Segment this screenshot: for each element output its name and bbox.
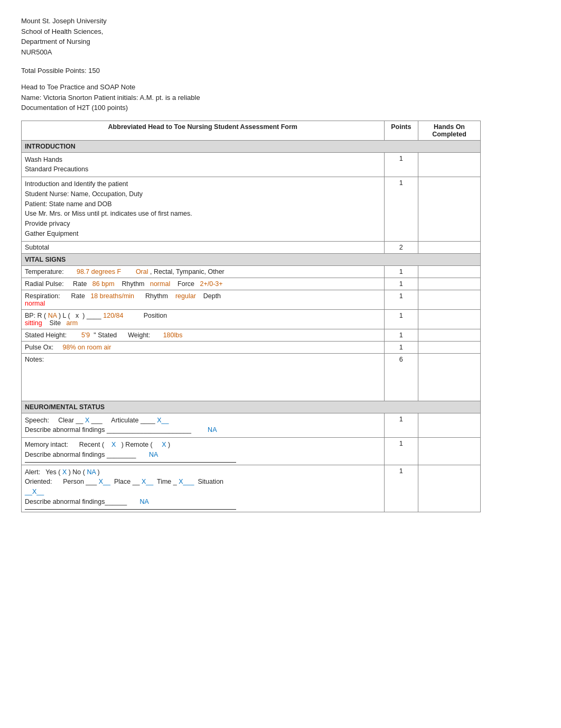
bp-value: 120/84 — [103, 312, 123, 319]
introduction-points: 1 — [384, 177, 418, 242]
subtotal-content: Subtotal — [22, 241, 385, 253]
wash-hands-content: Wash Hands Standard Precautions — [22, 152, 385, 177]
alert-yes-value: X — [62, 468, 67, 476]
speech-hands — [418, 413, 480, 438]
section-introduction-label: INTRODUCTION — [22, 140, 481, 152]
pulse-ox-points: 1 — [384, 341, 418, 353]
col-header-content: Abbreviated Head to Toe Nursing Student … — [22, 121, 385, 140]
temperature-value: 98.7 degrees F — [77, 268, 121, 275]
table-row: Wash Hands Standard Precautions 1 — [22, 152, 481, 177]
memory-remote-value: X — [162, 441, 166, 448]
table-row: Pulse Ox: 98% on room air 1 — [22, 341, 481, 353]
resp-rhythm-value: regular — [175, 292, 196, 300]
bp-na-value: NA — [48, 312, 57, 319]
alert-blank-line — [25, 509, 236, 510]
wash-hands-points: 1 — [384, 152, 418, 177]
introduction-hands — [418, 177, 480, 242]
bp-site-value: arm — [67, 319, 78, 327]
bp-position-value: sitting — [25, 319, 42, 327]
table-row: Respiration: Rate 18 breaths/min Rhythm … — [22, 290, 481, 309]
school-name: School of Health Sciences, — [21, 26, 540, 37]
memory-na: NA — [149, 451, 158, 458]
pulse-points: 1 — [384, 278, 418, 290]
table-row: Temperature: 98.7 degrees F Oral , Recta… — [22, 265, 481, 278]
table-row: Alert: Yes ( X ) No ( NA ) Oriented: Per… — [22, 465, 481, 512]
memory-blank-line — [25, 462, 236, 463]
table-row: Introduction and Identify the patient St… — [22, 177, 481, 242]
table-row: Speech: Clear __ X ___ Articulate ____ X… — [22, 413, 481, 438]
oriented-situation-value: __X__ — [25, 488, 44, 495]
total-points: Total Possible Points: 150 — [21, 67, 540, 75]
table-row: Memory intact: Recent ( X ) Remote ( X )… — [22, 438, 481, 465]
table-row: Radial Pulse: Rate 86 bpm Rhythm normal … — [22, 278, 481, 290]
memory-recent-value: X — [111, 441, 116, 448]
subtotal-hands — [418, 241, 480, 253]
height-points: 1 — [384, 329, 418, 341]
pulse-ox-hands — [418, 341, 480, 353]
resp-depth-value: normal — [25, 300, 45, 307]
alert-content: Alert: Yes ( X ) No ( NA ) Oriented: Per… — [22, 465, 385, 512]
bp-points: 1 — [384, 309, 418, 329]
table-row: Notes: 6 — [22, 353, 481, 401]
col-header-points: Points — [384, 121, 418, 140]
bp-content: BP: R ( NA ) L ( x ) ____ 120/84 Positio… — [22, 309, 385, 329]
notes-points: 6 — [384, 353, 418, 401]
assessment-table: Abbreviated Head to Toe Nursing Student … — [21, 121, 481, 512]
resp-rate-value: 18 breaths/min — [90, 292, 134, 300]
weight-value: 180lbs — [163, 331, 183, 339]
notes-content: Notes: — [22, 353, 385, 401]
section-neuro-label: NEURO/MENTAL STATUS — [22, 401, 481, 413]
height-content: Stated Height: 5'9 " Stated Weight: 180l… — [22, 329, 385, 341]
alert-hands — [418, 465, 480, 512]
respiration-hands — [418, 290, 480, 309]
memory-hands — [418, 438, 480, 465]
alert-no-value: NA — [87, 468, 96, 476]
height-hands — [418, 329, 480, 341]
section-vital-signs-label: VITAL SIGNS — [22, 253, 481, 265]
speech-points: 1 — [384, 413, 418, 438]
temperature-route: Oral — [136, 268, 148, 275]
department-name: Department of Nursing — [21, 36, 540, 47]
oriented-time-value: X___ — [179, 478, 194, 485]
pulse-force-value: 2+/0-3+ — [200, 280, 222, 288]
subtotal-points: 2 — [384, 241, 418, 253]
pulse-content: Radial Pulse: Rate 86 bpm Rhythm normal … — [22, 278, 385, 290]
university-name: Mount St. Joseph University — [21, 16, 540, 26]
course-code: NUR500A — [21, 47, 540, 58]
respiration-content: Respiration: Rate 18 breaths/min Rhythm … — [22, 290, 385, 309]
notes-hands — [418, 353, 480, 401]
pulse-ox-value: 98% on room air — [63, 344, 111, 351]
section-introduction: INTRODUCTION — [22, 140, 481, 152]
oriented-person-value: X__ — [99, 478, 110, 485]
wash-hands-hands — [418, 152, 480, 177]
pulse-rate-value: 86 bpm — [92, 280, 115, 288]
temperature-hands — [418, 265, 480, 278]
speech-clear-value: X — [85, 417, 89, 424]
memory-points: 1 — [384, 438, 418, 465]
table-row: Stated Height: 5'9 " Stated Weight: 180l… — [22, 329, 481, 341]
oriented-place-value: X__ — [142, 478, 153, 485]
speech-na: NA — [208, 426, 217, 434]
alert-na: NA — [140, 498, 149, 505]
introduction-content: Introduction and Identify the patient St… — [22, 177, 385, 242]
respiration-points: 1 — [384, 290, 418, 309]
memory-content: Memory intact: Recent ( X ) Remote ( X )… — [22, 438, 385, 465]
doc-title: Head to Toe Practice and SOAP Note Name:… — [21, 82, 540, 113]
header-block: Mount St. Joseph University School of He… — [21, 16, 540, 57]
table-row: Subtotal 2 — [22, 241, 481, 253]
col-header-hands: Hands On Completed — [418, 121, 480, 140]
height-value: 5'9 — [81, 331, 90, 339]
bp-hands — [418, 309, 480, 329]
temperature-content: Temperature: 98.7 degrees F Oral , Recta… — [22, 265, 385, 278]
table-row: BP: R ( NA ) L ( x ) ____ 120/84 Positio… — [22, 309, 481, 329]
section-neuro: NEURO/MENTAL STATUS — [22, 401, 481, 413]
pulse-hands — [418, 278, 480, 290]
speech-articulate-value: X__ — [157, 417, 169, 424]
pulse-ox-content: Pulse Ox: 98% on room air — [22, 341, 385, 353]
temperature-points: 1 — [384, 265, 418, 278]
table-header-row: Abbreviated Head to Toe Nursing Student … — [22, 121, 481, 140]
pulse-rhythm-value: normal — [150, 280, 170, 288]
speech-content: Speech: Clear __ X ___ Articulate ____ X… — [22, 413, 385, 438]
section-vital-signs: VITAL SIGNS — [22, 253, 481, 265]
alert-points: 1 — [384, 465, 418, 512]
